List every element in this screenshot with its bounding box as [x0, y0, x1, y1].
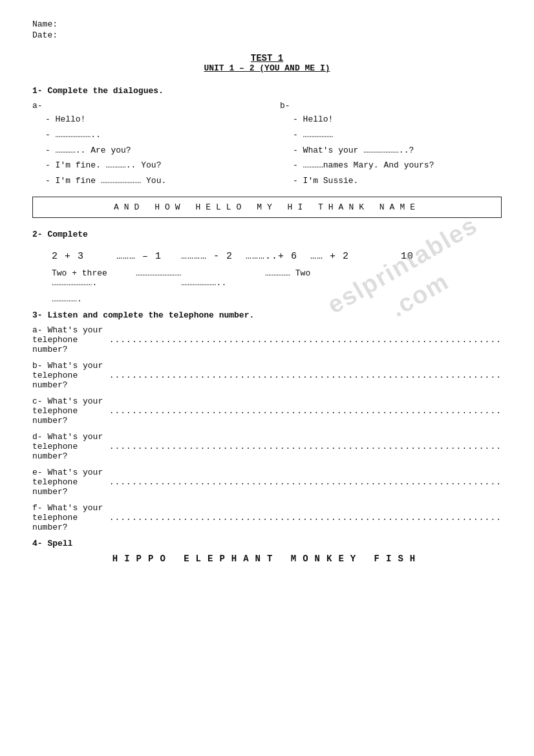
phone-line-a: a- What's your telephone number?........…	[32, 325, 502, 354]
word-bank: AND HOW HELLO MY HI THANK NAME	[32, 197, 502, 218]
col-a-line-2: - …………………..	[45, 129, 254, 142]
phone-dots-d: ........................................…	[109, 442, 502, 451]
phone-text-e: e- What's your telephone number?	[32, 468, 108, 497]
words-item-4: …………………….	[52, 278, 181, 288]
words-row-2: …………….	[52, 294, 502, 304]
dialogue-col-b: b- - Hello! - ……………… - What's your ………………	[280, 101, 502, 190]
section2: 2- Complete 2 + 3 ……… – 1 ………… - 2 ………..…	[32, 230, 502, 304]
col-a-line-3: - ………….. Are you?	[45, 144, 254, 158]
math-item-4: ………..+ 6	[246, 251, 310, 262]
col-a-line-5: - I'm fine …………………… You.	[45, 175, 254, 188]
section3-label: 3- Listen and complete the telephone num…	[32, 310, 502, 320]
phone-line-e: e- What's your telephone number?........…	[32, 468, 502, 497]
words-row: Two + three ……………………… …………… Two ………………………	[52, 268, 502, 288]
math-item-2: ……… – 1	[116, 251, 181, 262]
phone-text-d: d- What's your telephone number?	[32, 432, 108, 461]
phone-text-b: b- What's your telephone number?	[32, 361, 108, 390]
col-a-line-4: - I'm fine. ………….. You?	[45, 159, 254, 173]
dialogues-row: a- - Hello! - ………………….. - ………….. Are you…	[32, 101, 502, 190]
words-item-2: ………………………	[136, 268, 265, 278]
phone-text-f: f- What's your telephone number?	[32, 503, 108, 532]
math-row: 2 + 3 ……… – 1 ………… - 2 ………..+ 6 …… + 2 1…	[52, 251, 502, 262]
col-b-label: b-	[280, 101, 502, 111]
section1: 1- Complete the dialogues. a- - Hello! -…	[32, 86, 502, 218]
phone-text-a: a- What's your telephone number?	[32, 325, 108, 354]
sub-title: UNIT 1 – 2 (YOU AND ME I)	[32, 63, 502, 73]
phone-dots-f: ........................................…	[109, 513, 502, 523]
col-b-line-2: - ………………	[293, 129, 502, 142]
section3: 3- Listen and complete the telephone num…	[32, 310, 502, 532]
main-title: TEST 1	[32, 53, 502, 63]
phone-dots-c: ........................................…	[109, 406, 502, 416]
phone-dots-b: ........................................…	[109, 371, 502, 380]
spell-words: HIPPO ELEPHANT MONKEY FISH	[32, 554, 502, 564]
col-b-line-4: - …………names Mary. And yours?	[293, 159, 502, 173]
dialogue-col-a: a- - Hello! - ………………….. - ………….. Are you…	[32, 101, 254, 190]
math-item-1: 2 + 3	[52, 251, 116, 262]
phone-dots-a: ........................................…	[109, 335, 502, 345]
words-item-5: …………………..	[181, 278, 310, 288]
math-item-5: …… + 2	[310, 251, 375, 262]
words-item-1: Two + three	[52, 268, 136, 278]
section4-label: 4- Spell	[32, 539, 502, 548]
col-b-line-1: - Hello!	[293, 113, 502, 127]
title-section: TEST 1 UNIT 1 – 2 (YOU AND ME I)	[32, 53, 502, 73]
phone-text-c: c- What's your telephone number?	[32, 396, 108, 426]
col-a-line-1: - Hello!	[45, 113, 254, 127]
words-item-3: …………… Two	[265, 268, 394, 278]
section4: 4- Spell HIPPO ELEPHANT MONKEY FISH	[32, 539, 502, 564]
section1-label: 1- Complete the dialogues.	[32, 86, 502, 96]
header-fields: Name: Date:	[32, 19, 502, 40]
col-b-line-5: - I'm Sussie.	[293, 175, 502, 188]
col-b-line-3: - What's your …………………..?	[293, 144, 502, 158]
phone-line-c: c- What's your telephone number?........…	[32, 396, 502, 426]
date-field: Date:	[32, 30, 502, 40]
name-field: Name:	[32, 19, 502, 29]
phone-line-d: d- What's your telephone number?........…	[32, 432, 502, 461]
phone-line-f: f- What's your telephone number?........…	[32, 503, 502, 532]
phone-line-b: b- What's your telephone number?........…	[32, 361, 502, 390]
math-item-3: ………… - 2	[181, 251, 246, 262]
section2-label: 2- Complete	[32, 230, 502, 239]
phone-dots-e: ........................................…	[109, 477, 502, 487]
math-item-6: 10	[375, 251, 414, 262]
col-a-label: a-	[32, 101, 254, 111]
